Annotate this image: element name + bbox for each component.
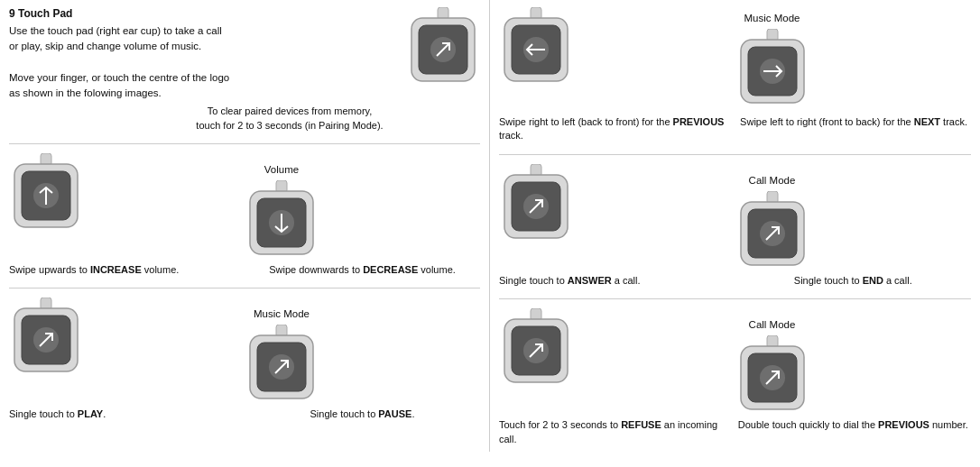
- prev-device: [499, 7, 573, 87]
- refuse-caption: Touch for 2 to 3 seconds to REFUSE an in…: [499, 418, 735, 446]
- device-svg-prev: [499, 7, 573, 87]
- call-mode-label-2: Call Mode: [749, 319, 796, 330]
- music-mode-area: Music Mode: [83, 298, 480, 404]
- answer-caption: Single touch to ANSWER a call.: [499, 274, 735, 288]
- right-panel: Music Mode Swipe right to left (back to …: [490, 0, 980, 452]
- top-caption-left: To clear paired devices from memory,touc…: [0, 105, 489, 138]
- intro-text: Use the touch pad (right ear cup) to tak…: [9, 23, 399, 101]
- call-mode-section1: Call Mode: [490, 160, 980, 270]
- device-svg-answer: [499, 164, 573, 243]
- device-svg-end: [735, 191, 809, 270]
- device-svg-play: [9, 298, 83, 377]
- prev-caption: Swipe right to left (back to front) for …: [499, 115, 734, 143]
- intro-block: 9 Touch Pad Use the touch pad (right ear…: [9, 7, 406, 101]
- device-svg-pause: [245, 325, 319, 404]
- device-svg-top-left: [406, 7, 480, 87]
- divider-right-2: [499, 298, 971, 299]
- music-mode-label-right: Music Mode: [744, 13, 800, 23]
- vol-up-caption: Swipe upwards to INCREASE volume.: [9, 263, 245, 277]
- music-section: Music Mode: [0, 294, 489, 404]
- top-device-left: [406, 7, 480, 87]
- intro-title: 9 Touch Pad: [9, 7, 399, 20]
- music-right-captions: Swipe right to left (back to front) for …: [490, 112, 980, 149]
- device-svg-vol-up: [9, 153, 83, 233]
- call-mode-label-1: Call Mode: [749, 175, 796, 186]
- device-svg-refuse: [499, 308, 573, 388]
- play-caption: Single touch to PLAY.: [9, 407, 245, 421]
- vol-down-caption: Swipe downwards to DECREASE volume.: [245, 263, 480, 277]
- music-mode-right-area: Music Mode: [573, 7, 971, 108]
- pause-caption: Single touch to PAUSE.: [245, 407, 480, 421]
- call-captions-2: Touch for 2 to 3 seconds to REFUSE an in…: [490, 415, 980, 452]
- next-caption: Swipe left to right (front to back) for …: [734, 115, 972, 143]
- device-svg-next: [735, 29, 809, 108]
- play-device: [9, 298, 83, 377]
- divider-right-1: [499, 154, 971, 155]
- device-svg-vol-down: [245, 180, 319, 260]
- end-caption: Single touch to END a call.: [735, 274, 972, 288]
- volume-label: Volume: [264, 164, 299, 175]
- prev-number-caption: Double touch quickly to dial the PREVIOU…: [735, 418, 972, 446]
- call-mode-area2: Call Mode: [573, 308, 971, 415]
- divider-2: [9, 288, 480, 288]
- music-captions: Single touch to PLAY. Single touch to PA…: [0, 404, 489, 426]
- music-mode-label-left: Music Mode: [254, 308, 310, 319]
- volume-captions: Swipe upwards to INCREASE volume. Swipe …: [0, 260, 489, 282]
- device-svg-prev-number: [735, 335, 809, 415]
- call-captions-1: Single touch to ANSWER a call. Single to…: [490, 270, 980, 293]
- page: 9 Touch Pad Use the touch pad (right ear…: [0, 0, 980, 452]
- divider-1: [9, 143, 480, 144]
- refuse-device: [499, 308, 573, 388]
- volume-up-device: [9, 153, 83, 233]
- call-mode-section2: Call Mode: [490, 305, 980, 415]
- music-mode-right-section: Music Mode: [490, 0, 980, 112]
- answer-device: [499, 164, 573, 243]
- volume-section: Volume: [0, 150, 489, 260]
- call-mode-area1: Call Mode: [573, 164, 971, 270]
- volume-label-area: Volume: [83, 153, 480, 260]
- left-panel: 9 Touch Pad Use the touch pad (right ear…: [0, 0, 490, 452]
